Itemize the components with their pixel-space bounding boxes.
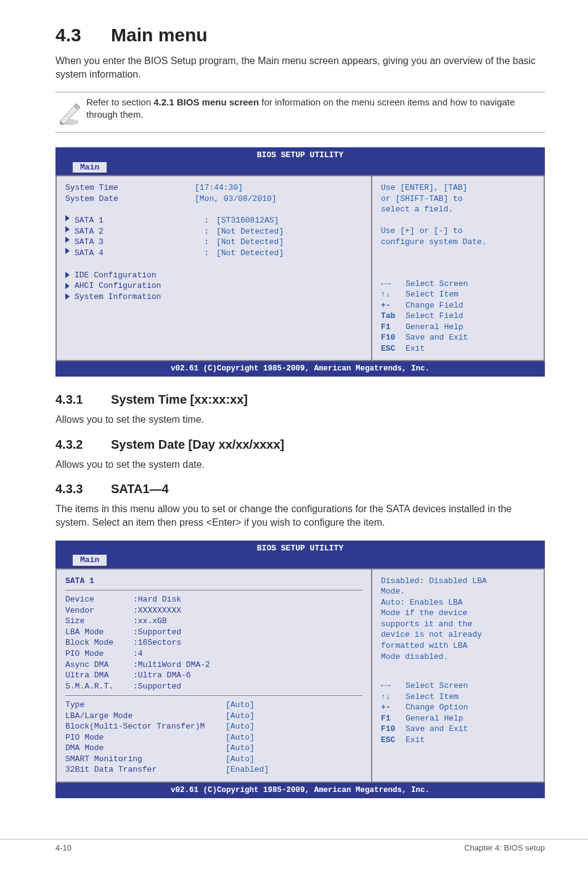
help-text: Use [ENTER], [TAB] or [SHIFT-TAB] to sel… xyxy=(381,182,535,247)
bios-tabs: Main Advanced Server Boot Exit xyxy=(55,161,545,176)
opt-smart[interactable]: SMART Monitoring[Auto] xyxy=(65,754,362,765)
help-keys-2: ←→Select Screen ↑↓Select Item +-Change O… xyxy=(381,680,535,745)
opt-pio[interactable]: PIO Mode[Auto] xyxy=(65,732,362,743)
opt-type[interactable]: Type[Auto] xyxy=(65,700,362,711)
page-footer: 4-10 Chapter 4: BIOS setup xyxy=(0,839,588,852)
section-title-text: Main menu xyxy=(111,25,208,45)
heading-433: 4.3.3SATA1—4 xyxy=(55,482,545,496)
menu-ahci-config[interactable]: AHCI Configuration xyxy=(65,280,362,292)
tab-server[interactable]: Server xyxy=(178,162,234,173)
sata1-heading: SATA 1 xyxy=(65,576,362,587)
help-keys: ←→Select Screen ↑↓Select Item +-Change F… xyxy=(381,279,535,354)
note-bold: 4.2.1 BIOS menu screen xyxy=(153,97,259,107)
tab-advanced[interactable]: Advanced xyxy=(112,162,177,173)
opt-block[interactable]: Block(Multi-Sector Transfer)M[Auto] xyxy=(65,721,362,732)
row-system-date[interactable]: System Date [Mon, 03/08/2010] xyxy=(65,194,362,205)
tab-main[interactable]: Main xyxy=(73,162,107,173)
opt-lba[interactable]: LBA/Large Mode[Auto] xyxy=(65,711,362,722)
section-number: 4.3 xyxy=(55,25,111,46)
text-431: Allows you to set the system time. xyxy=(55,413,545,427)
heading-432: 4.3.2System Date [Day xx/xx/xxxx] xyxy=(55,438,545,452)
value-system-date: [Mon, 03/08/2010] xyxy=(195,194,277,205)
tab-exit[interactable]: Exit xyxy=(280,162,326,173)
pencil-icon xyxy=(55,96,86,127)
row-sata4[interactable]: SATA 4:[Not Detected] xyxy=(65,248,362,259)
text-433: The items in this menu allow you to set … xyxy=(55,502,545,529)
page-number: 4-10 xyxy=(55,843,71,852)
chapter-label: Chapter 4: BIOS setup xyxy=(464,843,545,852)
intro-paragraph: When you enter the BIOS Setup program, t… xyxy=(55,54,545,81)
text-432: Allows you to set the system date. xyxy=(55,458,545,472)
bios2-title: BIOS SETUP UTILITY xyxy=(55,541,545,554)
row-sata1[interactable]: SATA 1:[ST3160812AS] xyxy=(65,215,362,226)
menu-system-info[interactable]: System Information xyxy=(65,292,362,303)
label-system-time: System Time xyxy=(65,182,195,194)
note-box: Refer to section 4.2.1 BIOS menu screen … xyxy=(55,92,545,133)
bios-sata1-screenshot: BIOS SETUP UTILITY Main SATA 1 Device:Ha… xyxy=(55,541,545,798)
tab-boot[interactable]: Boot xyxy=(233,162,279,173)
label-system-date: System Date xyxy=(65,194,195,205)
bios-footer: v02.61 (C)Copyright 1985-2009, American … xyxy=(55,361,545,377)
opt-dma[interactable]: DMA Mode[Auto] xyxy=(65,743,362,754)
help-text-2: Disabled: Disabled LBA Mode. Auto: Enabl… xyxy=(381,576,535,662)
row-sata3[interactable]: SATA 3:[Not Detected] xyxy=(65,237,362,248)
value-system-time: [17:44:30] xyxy=(195,182,243,194)
note-text: Refer to section 4.2.1 BIOS menu screen … xyxy=(86,96,545,121)
note-pre: Refer to section xyxy=(86,97,153,107)
heading-431: 4.3.1System Time [xx:xx:xx] xyxy=(55,393,545,407)
bios2-footer: v02.61 (C)Copyright 1985-2009, American … xyxy=(55,783,545,798)
row-system-time[interactable]: System Time [17:44:30] xyxy=(65,182,362,194)
bios-main-screenshot: BIOS SETUP UTILITY Main Advanced Server … xyxy=(55,147,545,377)
device-info-block: Device:Hard Disk Vendor:XXXXXXXXX Size:x… xyxy=(65,594,362,692)
opt-32bit[interactable]: 32Bit Data Transfer[Enabled] xyxy=(65,764,362,775)
menu-ide-config[interactable]: IDE Configuration xyxy=(65,270,362,281)
tab-main-2[interactable]: Main xyxy=(73,555,107,566)
bios2-tabs: Main xyxy=(55,553,545,568)
row-sata2[interactable]: SATA 2:[Not Detected] xyxy=(65,226,362,237)
section-heading: 4.3Main menu xyxy=(55,25,545,46)
bios-title: BIOS SETUP UTILITY xyxy=(55,147,545,161)
